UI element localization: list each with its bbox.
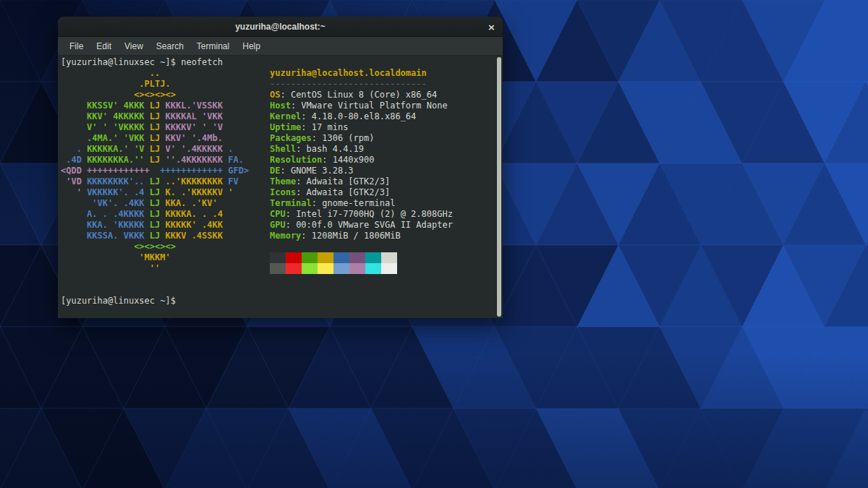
info-value: : CentOS Linux 8 (Core) x86_64 (280, 90, 437, 100)
ascii-art-segment: KKKKAL 'VKK (160, 111, 223, 121)
info-label: GPU (270, 220, 286, 230)
ascii-art-segment: KKSSV' 4KKK (61, 100, 150, 111)
color-block (365, 263, 381, 274)
ascii-art-segment: KKKKKA.' 'V (87, 144, 150, 154)
window-title: yuzuriha@localhost:~ (235, 22, 326, 32)
color-block (365, 252, 381, 263)
ascii-art-segment: 'VK'. .4KK (61, 198, 150, 208)
info-label: Packages (270, 133, 312, 143)
info-label: Terminal (270, 198, 312, 208)
info-label: Kernel (270, 111, 301, 121)
terminal-window: yuzuriha@localhost:~ × FileEditViewSearc… (58, 17, 503, 318)
scrollbar[interactable] (495, 57, 502, 317)
info-label: Icons (270, 187, 296, 197)
color-block (333, 263, 349, 274)
menu-item-view[interactable]: View (118, 39, 150, 53)
ascii-art-segment: KKKKKKKA.'' (87, 155, 150, 165)
ascii-art-segment: <><><><> (61, 241, 176, 252)
menubar: FileEditViewSearchTerminalHelp (58, 37, 503, 56)
ascii-art-segment: LJ (150, 209, 160, 219)
color-block-row (270, 252, 397, 263)
ascii-art-segment: KKKV .4SSKK (160, 231, 223, 241)
ascii-art-segment: LJ (150, 133, 160, 143)
info-value: : Adwaita [GTK2/3] (296, 176, 390, 187)
scrollbar-thumb[interactable] (497, 57, 501, 317)
command-line: [yuzuriha@linuxsec ~]$ neofetch (61, 57, 223, 68)
ascii-art-segment: <><><><> (61, 90, 176, 100)
color-block (349, 252, 365, 263)
close-icon[interactable]: × (488, 22, 495, 31)
info-value: : bash 4.4.19 (296, 144, 364, 154)
info-value: : GNOME 3.28.3 (280, 166, 353, 176)
ascii-art-segment: LJ (150, 155, 160, 165)
ascii-art-segment: ..'KKKKKKKK (160, 176, 228, 187)
color-block (318, 252, 333, 263)
info-value: : gnome-terminal (312, 198, 396, 208)
color-block-row (270, 263, 397, 274)
info-value: : 1306 (rpm) (312, 133, 375, 143)
ascii-art-segment: LJ (150, 231, 160, 241)
info-value: : VMware Virtual Platform None (291, 100, 448, 111)
ascii-art-segment: KKKKK' .4KK (160, 220, 223, 230)
terminal-color-palette (270, 252, 397, 274)
color-block (333, 252, 349, 263)
color-block (302, 252, 318, 263)
menu-item-search[interactable]: Search (150, 39, 190, 53)
terminal-screen[interactable]: [yuzuriha@linuxsec ~]$ neofetch .. .PLTJ… (58, 56, 503, 318)
info-value: : Adwaita [GTK2/3] (296, 187, 390, 197)
info-label: Memory (270, 231, 301, 241)
color-block (286, 263, 302, 274)
ascii-art-segment: .4D (61, 155, 87, 165)
menu-item-edit[interactable]: Edit (90, 39, 118, 53)
titlebar[interactable]: yuzuriha@localhost:~ × (58, 17, 503, 37)
ascii-art-segment: .. (61, 68, 160, 78)
ascii-art-segment: KKKKA. . .4 (160, 209, 223, 219)
color-block (381, 263, 397, 274)
menu-item-terminal[interactable]: Terminal (190, 39, 236, 53)
ascii-art-segment: 'VD (61, 176, 87, 187)
ascii-art-segment: KKV' '.4Mb. (160, 133, 223, 143)
ascii-art-segment: LJ (150, 198, 160, 208)
ascii-art-segment: LJ (150, 100, 160, 111)
ascii-art-segment: LJ (150, 122, 160, 132)
menu-item-help[interactable]: Help (236, 39, 267, 53)
neofetch-separator: ------------------------------ (270, 79, 427, 89)
info-label: Resolution (270, 155, 322, 165)
ascii-art-segment: '' (61, 263, 160, 273)
color-block (381, 252, 397, 263)
info-label: Shell (270, 144, 296, 154)
ascii-art-segment: ++++++++++++ GFD> (155, 166, 249, 176)
typed-command: neofetch (176, 57, 223, 67)
color-block (318, 263, 333, 274)
info-value: : 1208MiB / 1806MiB (301, 231, 400, 241)
ascii-art-segment: V' ' 'VKKKK (61, 122, 150, 132)
info-value: : Intel i7-7700HQ (2) @ 2.808GHz (286, 209, 453, 219)
info-label: DE (270, 166, 280, 176)
ascii-art-segment: LJ (150, 144, 160, 154)
ascii-art-segment: FV (228, 176, 238, 187)
ascii-art-segment: <QDD ++++++++++++ (61, 166, 155, 176)
ascii-art-segment: LJ (150, 176, 160, 187)
neofetch-info: yuzuriha@localhost.localdomain ---------… (270, 68, 453, 241)
info-label: Theme (270, 176, 296, 187)
info-label: CPU (270, 209, 286, 219)
ascii-art-segment: KKV' 4KKKKK (61, 111, 150, 121)
ascii-art-segment: LJ (150, 220, 160, 230)
ascii-art-segment: KKKKKKKK'.. (87, 176, 150, 187)
ascii-art-segment: KKA. .'KV' (160, 198, 217, 208)
shell-prompt: [yuzuriha@linuxsec ~]$ (61, 57, 176, 67)
ascii-art-segment: FA. (228, 155, 244, 165)
ascii-art-segment: .PLTJ. (61, 79, 171, 89)
info-value: : 4.18.0-80.el8.x86_64 (301, 111, 416, 121)
ascii-art-segment: VKKKKK'. .4 (87, 187, 150, 197)
ascii-art-segment: K. .'KKKKKV ' (160, 187, 233, 197)
ascii-art-segment: V' '.4KKKKK (160, 144, 228, 154)
ascii-art-segment: ' (61, 187, 87, 197)
menu-item-file[interactable]: File (63, 39, 90, 53)
ascii-art-segment: KKSSA. VKKK (61, 231, 150, 241)
color-block (270, 252, 286, 263)
ascii-art-segment: .4MA.' 'VKK (61, 133, 150, 143)
desktop: yuzuriha@localhost:~ × FileEditViewSearc… (0, 0, 868, 488)
ascii-art-segment: . (61, 144, 87, 154)
neofetch-title: yuzuriha@localhost.localdomain (270, 68, 427, 78)
